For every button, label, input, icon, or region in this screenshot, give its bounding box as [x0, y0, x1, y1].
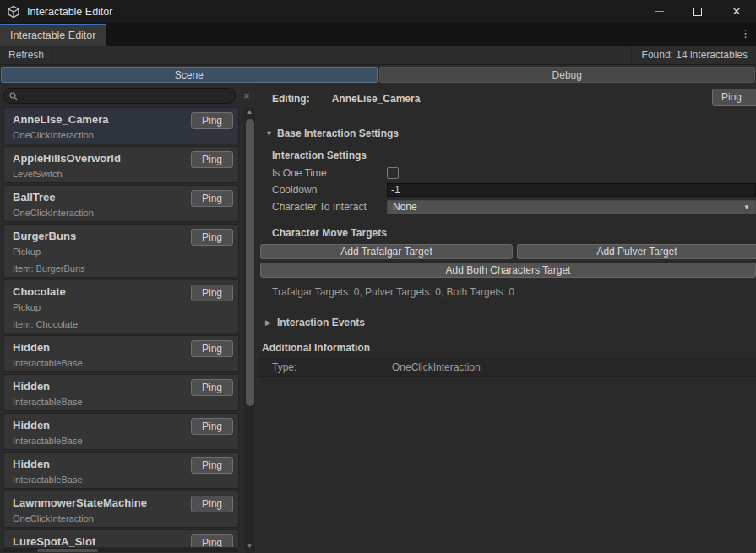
item-subtitle: InteractableBase [4, 471, 238, 488]
scrollbar-thumb[interactable] [246, 119, 254, 406]
interaction-events-title: Interaction Events [277, 317, 365, 328]
character-to-interact-row: Character To Interact None ▼ [272, 198, 756, 215]
interaction-settings-header: Interaction Settings [272, 149, 756, 161]
cooldown-label: Cooldown [272, 184, 387, 196]
scene-list-panel: × AnneLise_CameraOneClickInteractionPing… [0, 84, 258, 553]
list-item[interactable]: HiddenInteractableBasePing [3, 335, 239, 372]
add-trafalgar-target-button[interactable]: Add Trafalgar Target [260, 244, 513, 259]
editing-label: Editing: [272, 93, 310, 105]
item-subtitle: Pickup [4, 299, 238, 316]
list-item[interactable]: AppleHillsOverworldLevelSwitchPing [3, 146, 239, 183]
dock-tab-interactable-editor[interactable]: Interactable Editor [0, 24, 106, 46]
ping-button[interactable]: Ping [191, 151, 233, 168]
ping-button[interactable]: Ping [191, 379, 233, 396]
tab-scene[interactable]: Scene [1, 67, 378, 83]
foldout-open-icon: ▼ [265, 129, 277, 138]
list-item[interactable]: BurgerBunsPickupItem: BurgerBunsPing [3, 224, 239, 278]
list-item[interactable]: BallTreeOneClickInteractionPing [3, 185, 239, 222]
horizontal-scrollbar[interactable] [3, 548, 239, 552]
item-subtitle: InteractableBase [4, 432, 238, 449]
kebab-menu-icon[interactable]: ⋮ [740, 28, 751, 40]
add-both-characters-target-button[interactable]: Add Both Characters Target [260, 263, 756, 278]
found-count-label: Found: 14 interactables [631, 46, 756, 64]
cooldown-input[interactable]: -1 [387, 183, 756, 197]
ping-button[interactable]: Ping [191, 340, 233, 357]
search-icon [9, 92, 18, 100]
character-to-interact-dropdown[interactable]: None ▼ [387, 200, 756, 214]
scroll-down-icon[interactable]: ▼ [244, 541, 255, 551]
mode-tab-bar: Scene Debug [0, 65, 756, 84]
ping-button[interactable]: Ping [191, 496, 233, 512]
item-subtitle: InteractableBase [4, 355, 238, 371]
tab-debug[interactable]: Debug [379, 67, 756, 83]
scroll-up-icon[interactable]: ▲ [244, 107, 255, 117]
is-one-time-row: Is One Time [272, 165, 756, 182]
item-subtitle: Item: BurgerBuns [4, 260, 238, 277]
toolbar: Refresh Found: 14 interactables [0, 46, 756, 65]
editing-value: AnneLise_Camera [332, 93, 421, 105]
item-subtitle: OneClickInteraction [4, 510, 238, 527]
refresh-button[interactable]: Refresh [0, 46, 53, 64]
list-item[interactable]: HiddenInteractableBasePing [3, 413, 239, 450]
ping-button[interactable]: Ping [191, 285, 233, 301]
search-clear-button[interactable]: × [238, 88, 255, 104]
interactable-list: AnneLise_CameraOneClickInteractionPingAp… [0, 107, 241, 547]
list-item[interactable]: LureSpotA_SlotPing [3, 529, 239, 547]
type-value: OneClickInteraction [392, 361, 481, 373]
close-button[interactable]: ✕ [717, 0, 756, 23]
app-cube-icon [7, 5, 20, 19]
dropdown-value: None [393, 201, 417, 213]
ping-button[interactable]: Ping [191, 457, 233, 474]
search-field-wrap [3, 88, 236, 104]
list-item[interactable]: ChocolatePickupItem: ChocolatePing [3, 279, 239, 333]
is-one-time-label: Is One Time [272, 167, 387, 179]
list-item[interactable]: AnneLise_CameraOneClickInteractionPing [3, 107, 239, 144]
foldout-closed-icon: ▶ [265, 318, 277, 327]
editing-header: Editing: AnneLise_Camera [272, 90, 756, 107]
dropdown-arrow-icon: ▼ [743, 203, 750, 211]
add-target-button-row: Add Trafalgar Target Add Pulver Target [260, 244, 756, 259]
item-subtitle: Pickup [4, 243, 238, 260]
list-item[interactable]: HiddenInteractableBasePing [3, 452, 239, 489]
item-subtitle: OneClickInteraction [4, 204, 238, 221]
window-title: Interactable Editor [27, 6, 112, 18]
search-input[interactable] [21, 91, 230, 101]
base-settings-foldout[interactable]: ▼ Base Interaction Settings [265, 127, 756, 139]
move-targets-header: Character Move Targets [272, 227, 756, 239]
cooldown-row: Cooldown -1 [272, 182, 756, 198]
additional-info-header: Additional Information [262, 342, 756, 354]
editing-ping-button[interactable]: Ping [712, 89, 756, 106]
ping-button[interactable]: Ping [191, 229, 233, 246]
item-subtitle: Item: Chocolate [4, 316, 238, 333]
ping-button[interactable]: Ping [191, 112, 233, 129]
list-item[interactable]: HiddenInteractableBasePing [3, 374, 239, 411]
item-subtitle: InteractableBase [4, 393, 238, 410]
ping-button[interactable]: Ping [191, 190, 233, 207]
base-settings-title: Base Interaction Settings [277, 127, 399, 139]
interaction-events-foldout[interactable]: ▶ Interaction Events [265, 317, 756, 328]
is-one-time-checkbox[interactable] [387, 167, 399, 179]
ping-button[interactable]: Ping [191, 418, 233, 435]
type-row: Type: OneClickInteraction [258, 358, 756, 377]
maximize-button[interactable] [678, 0, 717, 23]
ping-button[interactable]: Ping [191, 534, 233, 547]
character-to-interact-label: Character To Interact [272, 201, 387, 213]
add-pulver-target-button[interactable]: Add Pulver Target [517, 244, 756, 259]
dock-tab-bar: Interactable Editor ⋮ [0, 23, 756, 46]
search-row: × [0, 84, 258, 107]
targets-summary: Trafalgar Targets: 0, Pulver Targets: 0,… [272, 286, 756, 298]
list-item[interactable]: LawnmowerStateMachineOneClickInteraction… [3, 491, 239, 528]
editor-panel: Editing: AnneLise_Camera Ping ▼ Base Int… [258, 84, 756, 553]
hscrollbar-thumb[interactable] [37, 549, 98, 552]
type-label: Type: [272, 361, 387, 373]
item-subtitle: OneClickInteraction [4, 127, 238, 144]
minimize-button[interactable] [639, 0, 678, 23]
vertical-scrollbar[interactable]: ▲ ▼ [244, 107, 255, 553]
item-subtitle: LevelSwitch [4, 165, 238, 182]
window-titlebar: Interactable Editor ✕ [0, 0, 756, 23]
